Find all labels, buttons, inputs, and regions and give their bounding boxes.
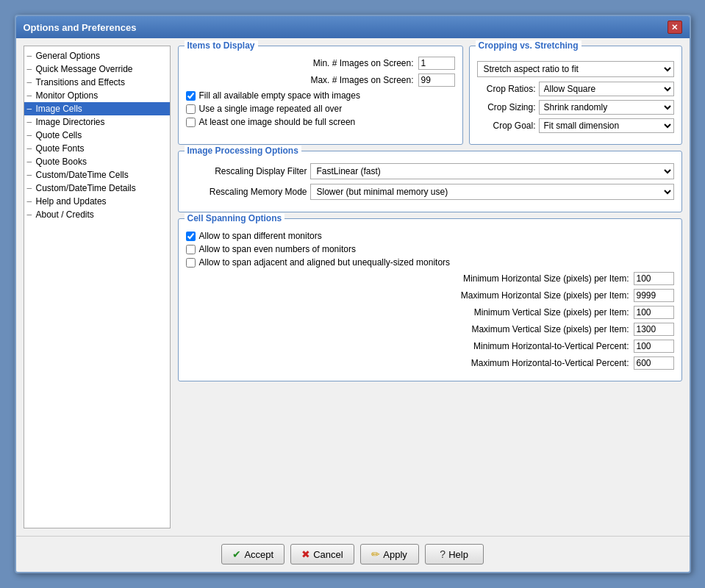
max-horiz-size-label: Maximum Horizontal Size (pixels) per Ite… <box>186 290 634 301</box>
cancel-button[interactable]: ✖ Cancel <box>290 544 354 564</box>
crop-ratios-label: Crop Ratios: <box>477 84 536 94</box>
options-dialog: Options and Preferences ✕ General Option… <box>15 15 691 573</box>
span-even-monitors-row: Allow to span even numbers of monitors <box>186 244 674 254</box>
max-horiz-size-input[interactable] <box>634 289 674 302</box>
sidebar-item-quote-books[interactable]: Quote Books <box>24 155 170 168</box>
crop-sizing-select[interactable]: Shrink randomly Shrink always Shrink nev… <box>539 100 674 115</box>
min-vert-size-input[interactable] <box>634 306 674 319</box>
min-hv-percent-input[interactable] <box>634 340 674 353</box>
sidebar-item-general-options[interactable]: General Options <box>24 49 170 62</box>
fill-empty-space-checkbox[interactable] <box>186 91 196 101</box>
close-button[interactable]: ✕ <box>668 21 682 34</box>
crop-ratios-select[interactable]: Allow Square Allow Wide Allow Tall <box>539 82 674 96</box>
crop-goal-label: Crop Goal: <box>477 121 536 131</box>
apply-label: Apply <box>383 549 407 560</box>
image-processing-group: Image Processing Options Rescaling Displ… <box>178 151 682 212</box>
single-image-label: Use a single image repeated all over <box>199 104 343 114</box>
apply-button[interactable]: ✏ Apply <box>360 544 419 564</box>
cell-spanning-title: Cell Spanning Options <box>185 213 285 223</box>
crop-goal-select[interactable]: Fit small dimension Fit large dimension <box>539 118 674 133</box>
max-vert-size-input[interactable] <box>634 323 674 336</box>
accept-button[interactable]: ✔ Accept <box>221 544 284 564</box>
max-images-row: Max. # Images on Screen: <box>186 74 455 87</box>
sidebar-item-quick-message[interactable]: Quick Message Override <box>24 62 170 76</box>
crop-sizing-row: Crop Sizing: Shrink randomly Shrink alwa… <box>477 100 674 115</box>
sidebar-item-transitions[interactable]: Transitions and Effects <box>24 76 170 89</box>
span-even-monitors-checkbox[interactable] <box>186 245 196 254</box>
title-bar: Options and Preferences ✕ <box>16 16 690 38</box>
max-images-label: Max. # Images on Screen: <box>186 75 418 85</box>
help-label: Help <box>448 549 468 560</box>
min-horiz-size-input[interactable] <box>634 272 674 285</box>
full-screen-row: At least one image should be full screen <box>186 117 455 127</box>
sidebar-item-quote-fonts[interactable]: Quote Fonts <box>24 142 170 155</box>
items-to-display-group: Items to Display Min. # Images on Screen… <box>178 46 463 145</box>
sidebar-item-image-directories[interactable]: Image Directories <box>24 115 170 129</box>
single-image-row: Use a single image repeated all over <box>186 104 455 114</box>
top-section: Items to Display Min. # Images on Screen… <box>178 46 682 145</box>
cropping-title: Cropping vs. Stretching <box>476 40 581 51</box>
memory-mode-select[interactable]: Slower (but minimal memory use) Faster (… <box>310 184 674 200</box>
sidebar: General Options Quick Message Override T… <box>24 46 171 528</box>
span-even-monitors-label: Allow to span even numbers of monitors <box>199 244 356 254</box>
sidebar-item-about[interactable]: About / Credits <box>24 208 170 221</box>
accept-icon: ✔ <box>232 548 241 560</box>
full-screen-checkbox[interactable] <box>186 118 196 127</box>
sidebar-item-image-cells[interactable]: Image Cells <box>24 102 170 115</box>
min-hv-percent-row: Minimum Horizontal-to-Vertical Percent: <box>186 340 674 353</box>
dialog-body: General Options Quick Message Override T… <box>16 38 690 536</box>
crop-goal-row: Crop Goal: Fit small dimension Fit large… <box>477 118 674 133</box>
image-processing-title: Image Processing Options <box>185 146 301 156</box>
min-vert-size-label: Minimum Vertical Size (pixels) per Item: <box>186 307 634 318</box>
display-filter-label: Rescaling Display Filter <box>186 166 307 176</box>
main-content: Items to Display Min. # Images on Screen… <box>178 46 682 528</box>
fill-empty-space-row: Fill all available empty space with imag… <box>186 90 455 101</box>
fill-empty-space-label: Fill all available empty space with imag… <box>199 90 360 101</box>
sidebar-item-quote-cells[interactable]: Quote Cells <box>24 129 170 142</box>
min-images-row: Min. # Images on Screen: <box>186 57 455 70</box>
span-different-monitors-label: Allow to span different monitors <box>199 231 322 241</box>
memory-mode-label: Rescaling Memory Mode <box>186 187 307 197</box>
cancel-label: Cancel <box>313 549 343 560</box>
accept-label: Accept <box>244 549 273 560</box>
display-filter-row: Rescaling Display Filter FastLinear (fas… <box>186 163 674 179</box>
crop-ratios-row: Crop Ratios: Allow Square Allow Wide All… <box>477 82 674 96</box>
dialog-title: Options and Preferences <box>24 22 137 33</box>
crop-sizing-label: Crop Sizing: <box>477 102 536 112</box>
max-horiz-size-row: Maximum Horizontal Size (pixels) per Ite… <box>186 289 674 302</box>
max-hv-percent-input[interactable] <box>634 356 674 370</box>
cancel-icon: ✖ <box>301 548 310 560</box>
span-different-monitors-checkbox[interactable] <box>186 232 196 241</box>
span-different-monitors-row: Allow to span different monitors <box>186 231 674 241</box>
cell-spanning-group: Cell Spanning Options Allow to span diff… <box>178 218 682 381</box>
max-vert-size-row: Maximum Vertical Size (pixels) per Item: <box>186 323 674 336</box>
span-adjacent-monitors-row: Allow to span adjacent and aligned but u… <box>186 257 674 268</box>
help-button[interactable]: ? Help <box>425 544 484 564</box>
max-vert-size-label: Maximum Vertical Size (pixels) per Item: <box>186 324 634 334</box>
cropping-group: Cropping vs. Stretching Stretch aspect r… <box>469 46 682 145</box>
single-image-checkbox[interactable] <box>186 104 196 114</box>
span-adjacent-monitors-checkbox[interactable] <box>186 258 196 268</box>
display-filter-select[interactable]: FastLinear (fast) Bilinear Bicubic <box>310 163 674 179</box>
sidebar-item-help-updates[interactable]: Help and Updates <box>24 195 170 208</box>
min-horiz-size-row: Minimum Horizontal Size (pixels) per Ite… <box>186 272 674 285</box>
max-hv-percent-label: Maximum Horizontal-to-Vertical Percent: <box>186 358 634 368</box>
sidebar-item-custom-datetime-cells[interactable]: Custom/DateTime Cells <box>24 168 170 182</box>
apply-icon: ✏ <box>371 548 380 560</box>
min-images-input[interactable] <box>418 57 455 70</box>
sidebar-item-monitor-options[interactable]: Monitor Options <box>24 89 170 102</box>
dialog-footer: ✔ Accept ✖ Cancel ✏ Apply ? Help <box>16 536 690 572</box>
min-hv-percent-label: Minimum Horizontal-to-Vertical Percent: <box>186 341 634 351</box>
full-screen-label: At least one image should be full screen <box>199 117 356 127</box>
help-icon: ? <box>440 548 445 560</box>
min-images-label: Min. # Images on Screen: <box>186 58 418 68</box>
stretch-select[interactable]: Stretch aspect ratio to fit <box>477 61 674 77</box>
min-horiz-size-label: Minimum Horizontal Size (pixels) per Ite… <box>186 273 634 284</box>
span-adjacent-monitors-label: Allow to span adjacent and aligned but u… <box>199 257 451 268</box>
sidebar-item-custom-datetime-details[interactable]: Custom/DateTime Details <box>24 182 170 195</box>
items-to-display-title: Items to Display <box>185 40 258 51</box>
max-hv-percent-row: Maximum Horizontal-to-Vertical Percent: <box>186 356 674 370</box>
max-images-input[interactable] <box>418 74 455 87</box>
min-vert-size-row: Minimum Vertical Size (pixels) per Item: <box>186 306 674 319</box>
memory-mode-row: Rescaling Memory Mode Slower (but minima… <box>186 184 674 200</box>
